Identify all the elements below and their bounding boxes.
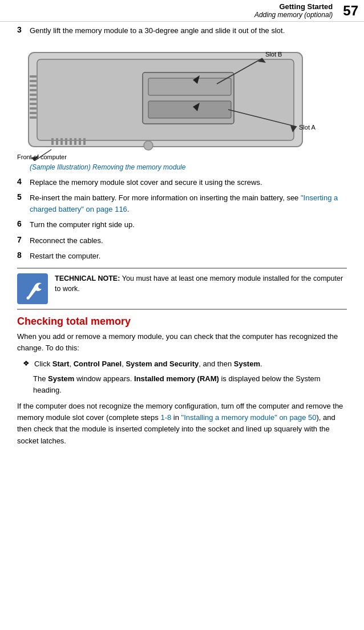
bullet-start-row: ❖ Click Start, Control Panel, System and… bbox=[23, 358, 347, 370]
svg-point-32 bbox=[27, 296, 30, 299]
bullet-start-text: Click Start, Control Panel, System and S… bbox=[34, 358, 347, 370]
step-5-row: 5 Re-insert the main battery. For more i… bbox=[17, 192, 347, 215]
step-8-num: 8 bbox=[17, 251, 30, 260]
checking-intro: When you add or remove a memory module, … bbox=[17, 331, 347, 354]
main-content: 3 Gently lift the memory module to a 30-… bbox=[0, 25, 364, 457]
bullet-followup: The System window appears. Installed mem… bbox=[33, 373, 347, 396]
svg-rect-22 bbox=[65, 138, 67, 145]
step-7-row: 7 Reconnect the cables. bbox=[17, 235, 347, 247]
tech-note-icon bbox=[17, 273, 48, 304]
bold-system: System bbox=[234, 360, 260, 368]
svg-rect-14 bbox=[30, 98, 37, 100]
step-7-text: Reconnect the cables. bbox=[30, 235, 347, 247]
bold-start: Start bbox=[52, 360, 70, 368]
bullet-diamond: ❖ bbox=[23, 359, 34, 368]
step-4-row: 4 Replace the memory module slot cover a… bbox=[17, 177, 347, 188]
svg-rect-15 bbox=[30, 103, 37, 105]
front-label: Front of computer bbox=[17, 154, 67, 160]
svg-rect-12 bbox=[30, 89, 37, 91]
steps-link[interactable]: 1-8 bbox=[160, 413, 171, 422]
step-6-num: 6 bbox=[17, 219, 30, 228]
step-4-text: Replace the memory module slot cover and… bbox=[30, 177, 347, 188]
step-8-text: Restart the computer. bbox=[30, 251, 347, 262]
step-6-row: 6 Turn the computer right side up. bbox=[17, 219, 347, 231]
step-5-num: 5 bbox=[17, 192, 30, 201]
page-header: Getting Started Adding memory (optional)… bbox=[0, 0, 364, 22]
svg-rect-13 bbox=[30, 94, 37, 96]
bold-system2: System bbox=[48, 374, 74, 383]
svg-rect-24 bbox=[74, 138, 76, 145]
header-title: Getting Started bbox=[254, 2, 333, 11]
installing-link[interactable]: "Installing a memory module" on page 50 bbox=[181, 413, 317, 422]
svg-point-27 bbox=[144, 141, 153, 150]
step-3-text: Gently lift the memory module to a 30-de… bbox=[30, 25, 347, 37]
wrench-icon bbox=[22, 277, 43, 300]
step-8-row: 8 Restart the computer. bbox=[17, 251, 347, 262]
svg-rect-9 bbox=[30, 75, 37, 78]
svg-rect-6 bbox=[148, 101, 231, 118]
svg-rect-17 bbox=[30, 112, 37, 114]
image-caption: (Sample Illustration) Removing the memor… bbox=[30, 163, 347, 171]
svg-rect-21 bbox=[60, 138, 63, 145]
header-titles: Getting Started Adding memory (optional) bbox=[254, 2, 333, 19]
bold-sas: System and Security bbox=[126, 360, 199, 368]
svg-rect-16 bbox=[30, 107, 37, 110]
step-3-num: 3 bbox=[17, 25, 30, 34]
svg-rect-25 bbox=[79, 138, 81, 145]
tech-note-text: TECHNICAL NOTE: You must have at least o… bbox=[55, 273, 347, 295]
header-subtitle: Adding memory (optional) bbox=[254, 11, 333, 19]
step-5-text: Re-insert the main battery. For more inf… bbox=[30, 192, 347, 215]
svg-rect-18 bbox=[30, 116, 37, 119]
closing-text: If the computer does not recognize the m… bbox=[17, 401, 347, 447]
svg-rect-26 bbox=[83, 138, 86, 145]
bold-cp: Control Panel bbox=[74, 360, 122, 368]
laptop-illustration: Slot B Slot A Front of computer bbox=[17, 41, 347, 161]
checking-total-memory-heading: Checking total memory bbox=[17, 316, 347, 328]
page-number: 57 bbox=[343, 3, 358, 19]
svg-rect-23 bbox=[70, 138, 72, 145]
step-4-num: 4 bbox=[17, 177, 30, 186]
svg-rect-20 bbox=[56, 138, 58, 145]
svg-rect-19 bbox=[51, 138, 54, 145]
svg-rect-3 bbox=[148, 78, 231, 95]
technical-note-box: TECHNICAL NOTE: You must have at least o… bbox=[17, 268, 347, 310]
step-6-text: Turn the computer right side up. bbox=[30, 219, 347, 231]
slot-b-label: Slot B bbox=[265, 51, 282, 58]
bold-installed-mem: Installed memory (RAM) bbox=[134, 374, 219, 383]
step-7-num: 7 bbox=[17, 235, 30, 244]
battery-link[interactable]: "Inserting a charged battery" on page 11… bbox=[30, 193, 338, 213]
tech-note-prefix: TECHNICAL NOTE: bbox=[55, 274, 122, 282]
step-3-row: 3 Gently lift the memory module to a 30-… bbox=[17, 25, 347, 37]
svg-rect-11 bbox=[30, 84, 37, 87]
laptop-svg: Slot B Slot A Front of computer bbox=[17, 41, 347, 161]
svg-rect-10 bbox=[30, 80, 37, 82]
slot-a-label: Slot A bbox=[299, 124, 316, 131]
